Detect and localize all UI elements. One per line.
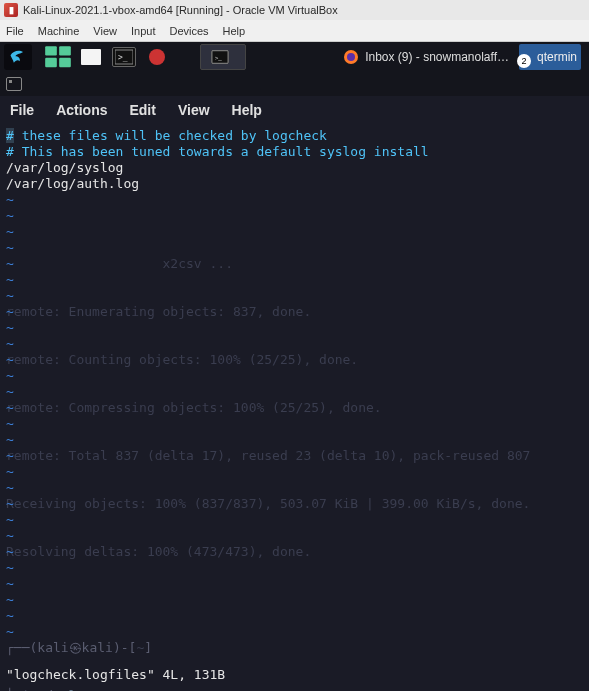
vim-tilde: ~ [6,608,583,624]
kali-menu-launcher[interactable] [4,44,32,70]
qterminal-label: qtermin [537,50,577,64]
vbox-menu-file[interactable]: File [6,25,24,37]
vim-tilde: ~ [6,320,583,336]
vim-tilde: ~ [6,304,583,320]
vim-line-2: # This has been tuned towards a default … [6,144,429,159]
svg-text:>_: >_ [215,54,223,61]
notif-badge: 2 [517,54,531,68]
vbox-menu-devices[interactable]: Devices [169,25,208,37]
vim-tilde: ~ [6,352,583,368]
term-menu-edit[interactable]: Edit [129,102,155,118]
files-icon [44,45,72,68]
panel-bug-launcher[interactable] [143,44,171,70]
taskbar-active-terminal[interactable]: >_ [200,44,246,70]
taskbar-qterminal[interactable]: 2 qtermin [519,44,581,70]
vim-tilde-column: ~~~~~~~~~~~~~~~~~~~~~~~~~~~~ [6,192,583,640]
vim-tilde: ~ [6,384,583,400]
taskbar-firefox-inbox[interactable]: Inbox (9) - snowmanolaff… [337,44,515,70]
desktop-icon [81,49,101,65]
terminal-window: File Actions Edit View Help x2csv ... re… [0,72,589,689]
vbox-menu-machine[interactable]: Machine [38,25,80,37]
bug-icon [148,48,166,66]
kali-dragon-icon [8,47,28,67]
vim-tilde: ~ [6,624,583,640]
vim-line-4: /var/log/auth.log [6,176,139,191]
vim-tilde: ~ [6,544,583,560]
virtualbox-icon: ▮ [4,3,18,17]
svg-point-9 [347,53,355,61]
vim-tilde: ~ [6,464,583,480]
vim-tilde: ~ [6,400,583,416]
vim-tilde: ~ [6,592,583,608]
vim-tilde: ~ [6,416,583,432]
vim-line-1-hash: # [6,128,14,143]
vim-tilde: ~ [6,208,583,224]
vbox-menu-input[interactable]: Input [131,25,155,37]
svg-rect-1 [59,46,71,55]
vim-tilde: ~ [6,448,583,464]
vim-tilde: ~ [6,368,583,384]
vim-tilde: ~ [6,272,583,288]
vim-tilde: ~ [6,256,583,272]
inbox-label: Inbox (9) - snowmanolaff… [365,50,509,64]
terminal-window-icon [6,77,22,91]
vbox-menu-help[interactable]: Help [223,25,246,37]
svg-text:>_: >_ [118,53,128,62]
term-menu-actions[interactable]: Actions [56,102,107,118]
vim-tilde: ~ [6,336,583,352]
terminal-icon: >_ [211,50,229,64]
vim-tilde: ~ [6,432,583,448]
panel-desktop-launcher[interactable] [77,44,105,70]
vim-tilde: ~ [6,240,583,256]
vim-tilde: ~ [6,512,583,528]
svg-rect-0 [45,46,57,55]
svg-rect-3 [59,58,71,67]
vim-tilde: ~ [6,224,583,240]
term-menu-view[interactable]: View [178,102,210,118]
terminal-menubar: File Actions Edit View Help [0,96,589,124]
terminal-foreground-text: # these files will be checked by logchec… [6,128,583,640]
virtualbox-titlebar: ▮ Kali-Linux-2021.1-vbox-amd64 [Running]… [0,0,589,20]
panel-terminal1-launcher[interactable]: >_ [110,44,138,70]
vbox-menu-view[interactable]: View [93,25,117,37]
virtualbox-menubar: File Machine View Input Devices Help [0,20,589,42]
vim-tilde: ~ [6,496,583,512]
vim-tilde: ~ [6,480,583,496]
term-menu-help[interactable]: Help [232,102,262,118]
vim-line-3: /var/log/syslog [6,160,123,175]
terminal-body[interactable]: x2csv ... remote: Enumerating objects: 8… [0,124,589,689]
term-menu-file[interactable]: File [10,102,34,118]
kali-taskbar: >_ >_ Inbox (9) - snowmanolaff… 2 qtermi… [0,42,589,72]
virtualbox-title: Kali-Linux-2021.1-vbox-amd64 [Running] -… [23,4,338,16]
panel-files-launcher[interactable] [44,44,72,70]
svg-rect-2 [45,58,57,67]
vim-tilde: ~ [6,560,583,576]
vim-tilde: ~ [6,288,583,304]
firefox-icon [343,49,359,65]
terminal-titlebar[interactable] [0,72,589,96]
vim-line-1: these files will be checked by logcheck [14,128,327,143]
vim-tilde: ~ [6,576,583,592]
vim-tilde: ~ [6,192,583,208]
vim-tilde: ~ [6,528,583,544]
terminal-icon: >_ [112,47,136,67]
